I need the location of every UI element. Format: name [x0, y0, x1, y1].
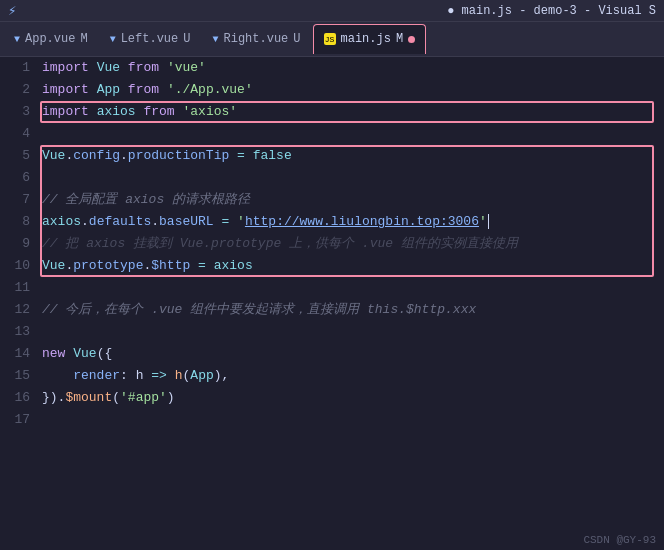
code-line-9: // 把 axios 挂载到 Vue.prototype 上，供每个 .vue … — [42, 233, 664, 255]
tab-app-vue-label: App.vue — [25, 32, 75, 46]
chevron-icon: ▼ — [110, 34, 116, 45]
window-title: ● main.js - demo-3 - Visual S — [447, 4, 656, 18]
tab-bar: ▼ App.vue M ▼ Left.vue U ▼ Right.vue U J… — [0, 22, 664, 57]
line-num-12: 12 — [4, 299, 30, 321]
code-line-10: Vue.prototype.$http = axios — [42, 255, 664, 277]
watermark: CSDN @GY-93 — [583, 534, 656, 546]
line-num-16: 16 — [4, 387, 30, 409]
vscode-icon: ⚡ — [8, 2, 16, 19]
line-num-2: 2 — [4, 79, 30, 101]
line-num-10: 10 — [4, 255, 30, 277]
chevron-down-icon: ▼ — [14, 34, 20, 45]
tab-right-vue[interactable]: ▼ Right.vue U — [202, 24, 310, 54]
code-line-8: axios.defaults.baseURL = 'http://www.liu… — [42, 211, 664, 233]
js-icon: JS — [324, 33, 336, 45]
tab-app-vue-badge: M — [80, 32, 87, 46]
code-content[interactable]: import Vue from 'vue' import App from '.… — [38, 57, 664, 431]
line-num-3: 3 — [4, 101, 30, 123]
line-num-11: 11 — [4, 277, 30, 299]
tab-main-js[interactable]: JS main.js M — [313, 24, 427, 54]
code-line-12: // 今后，在每个 .vue 组件中要发起请求，直接调用 this.$http.… — [42, 299, 664, 321]
tab-main-js-badge: M — [396, 32, 403, 46]
line-num-14: 14 — [4, 343, 30, 365]
line-num-9: 9 — [4, 233, 30, 255]
line-numbers: 1 2 3 4 5 6 7 8 9 10 11 12 13 14 15 16 1… — [0, 57, 38, 550]
tab-left-vue-badge: U — [183, 32, 190, 46]
tab-left-vue-label: Left.vue — [121, 32, 179, 46]
line-num-13: 13 — [4, 321, 30, 343]
code-line-6 — [42, 167, 664, 189]
code-line-7: // 全局配置 axios 的请求根路径 — [42, 189, 664, 211]
code-wrapper: import Vue from 'vue' import App from '.… — [38, 57, 664, 550]
code-line-15: render: h => h(App), — [42, 365, 664, 387]
line-num-15: 15 — [4, 365, 30, 387]
tab-left-vue[interactable]: ▼ Left.vue U — [100, 24, 201, 54]
code-line-3: import axios from 'axios' — [42, 101, 664, 123]
line-num-17: 17 — [4, 409, 30, 431]
code-line-11 — [42, 277, 664, 299]
title-bar: ⚡ ● main.js - demo-3 - Visual S — [0, 0, 664, 22]
line-num-5: 5 — [4, 145, 30, 167]
line-num-4: 4 — [4, 123, 30, 145]
code-line-1: import Vue from 'vue' — [42, 57, 664, 79]
code-line-14: new Vue({ — [42, 343, 664, 365]
tab-right-vue-badge: U — [293, 32, 300, 46]
editor: 1 2 3 4 5 6 7 8 9 10 11 12 13 14 15 16 1… — [0, 57, 664, 550]
code-line-2: import App from './App.vue' — [42, 79, 664, 101]
line-num-7: 7 — [4, 189, 30, 211]
code-line-4 — [42, 123, 664, 145]
chevron-icon2: ▼ — [212, 34, 218, 45]
code-line-13 — [42, 321, 664, 343]
tab-app-vue[interactable]: ▼ App.vue M — [4, 24, 98, 54]
line-num-8: 8 — [4, 211, 30, 233]
line-num-1: 1 — [4, 57, 30, 79]
tab-right-vue-label: Right.vue — [223, 32, 288, 46]
code-line-5: Vue.config.productionTip = false — [42, 145, 664, 167]
tab-main-js-label: main.js — [341, 32, 391, 46]
line-num-6: 6 — [4, 167, 30, 189]
modified-dot — [408, 36, 415, 43]
code-line-17 — [42, 409, 664, 431]
code-line-16: }).$mount('#app') — [42, 387, 664, 409]
